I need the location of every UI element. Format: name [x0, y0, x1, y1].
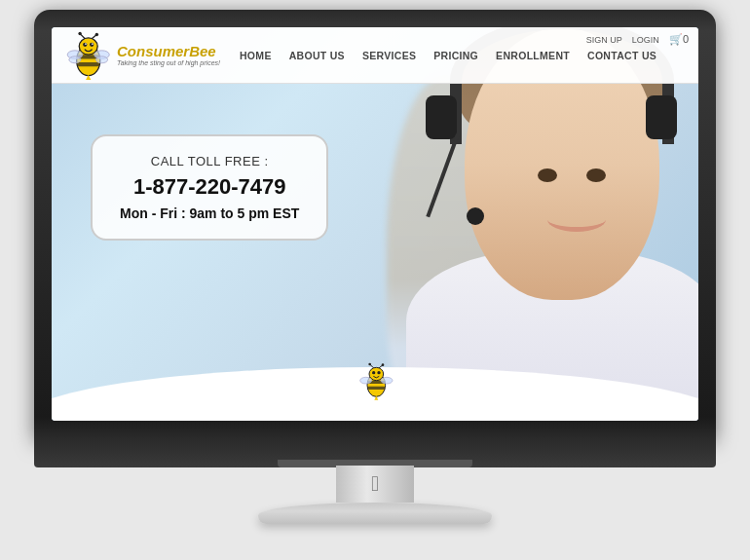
stand-neck:  [336, 466, 414, 503]
navbar: SIGN UP LOGIN 🛒0 [52, 27, 698, 84]
stand-base [258, 503, 492, 524]
earpiece-right [646, 95, 677, 139]
microphone-boom [426, 133, 460, 217]
smile [547, 207, 606, 232]
nav-enrollment[interactable]: ENROLLMENT [496, 50, 570, 61]
nav-contact[interactable]: CONTACT US [587, 50, 656, 61]
svg-point-6 [83, 42, 87, 46]
login-link[interactable]: LOGIN [632, 35, 659, 45]
eye-right [586, 168, 606, 182]
earpiece-left [426, 95, 457, 139]
svg-point-9 [92, 43, 94, 45]
nav-pricing[interactable]: PRICING [433, 50, 478, 61]
svg-point-26 [377, 371, 380, 374]
svg-rect-3 [78, 61, 99, 65]
svg-point-16 [69, 56, 81, 62]
svg-point-13 [95, 32, 98, 35]
monitor-bezel: SIGN UP LOGIN 🛒0 [34, 10, 716, 438]
svg-point-11 [78, 31, 81, 34]
monitor-screen: SIGN UP LOGIN 🛒0 [52, 27, 698, 421]
svg-point-8 [85, 43, 87, 45]
phone-number: 1-877-220-7479 [120, 174, 299, 200]
hours-text: Mon - Fri : 9am to 5 pm EST [120, 205, 299, 221]
svg-rect-22 [368, 387, 385, 390]
svg-point-28 [368, 363, 371, 366]
svg-point-32 [381, 377, 393, 384]
call-toll-free-label: CALL TOLL FREE : [120, 154, 299, 168]
stand:  [258, 466, 492, 524]
apple-logo-icon:  [371, 471, 379, 497]
call-info-box: CALL TOLL FREE : 1-877-220-7479 Mon - Fr… [91, 134, 328, 241]
svg-point-7 [90, 42, 94, 46]
svg-point-30 [382, 363, 385, 366]
bee-decoration [356, 362, 394, 399]
monitor-wrapper: SIGN UP LOGIN 🛒0 [34, 10, 716, 550]
top-right-links: SIGN UP LOGIN 🛒0 [586, 33, 689, 46]
nav-home[interactable]: HOME [240, 50, 272, 61]
logo-text: ConsumerBee Taking the sting out of high… [117, 44, 220, 67]
brand-name: ConsumerBee [117, 44, 220, 60]
cart-link[interactable]: 🛒0 [669, 33, 689, 46]
bee-logo-icon [61, 31, 112, 80]
nav-about[interactable]: ABOUT US [289, 50, 345, 61]
nav-services[interactable]: SERVICES [362, 50, 416, 61]
signup-link[interactable]: SIGN UP [586, 35, 622, 45]
logo-area[interactable]: ConsumerBee Taking the sting out of high… [61, 31, 220, 80]
brand-tagline: Taking the sting out of high prices! [117, 59, 220, 66]
microphone-tip [467, 207, 484, 225]
svg-point-17 [95, 56, 107, 62]
eye-left [538, 168, 557, 182]
svg-point-31 [360, 377, 372, 384]
nav-links: HOME ABOUT US SERVICES PRICING ENROLLMEN… [240, 50, 689, 61]
monitor-chin [34, 438, 716, 467]
svg-point-25 [372, 371, 375, 374]
